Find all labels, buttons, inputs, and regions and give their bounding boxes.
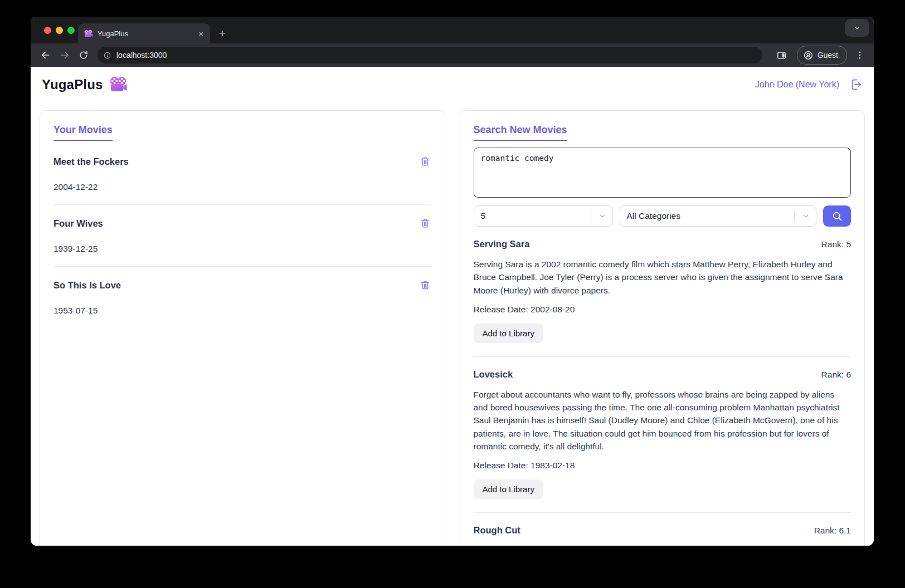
brand-title: YugaPlus	[42, 77, 103, 92]
search-query-input[interactable]: romantic comedy	[474, 148, 852, 198]
result-description: Serving Sara is a 2002 romantic comedy f…	[474, 258, 852, 297]
trash-icon	[419, 155, 431, 168]
minimize-window-button[interactable]	[56, 27, 63, 34]
traffic-lights	[44, 27, 75, 34]
browser-tab[interactable]: YugaPlus ×	[78, 23, 210, 43]
delete-movie-button[interactable]	[419, 279, 431, 291]
url-bar[interactable]: localhost:3000	[98, 47, 762, 63]
divider	[474, 512, 852, 513]
reload-icon	[79, 50, 89, 60]
delete-movie-button[interactable]	[419, 217, 431, 229]
maximize-window-button[interactable]	[67, 27, 75, 34]
browser-tabstrip: YugaPlus × +	[31, 17, 874, 43]
category-select[interactable]: All Categories	[620, 205, 817, 227]
chevron-down-icon	[599, 212, 606, 220]
select-separator	[591, 210, 591, 222]
tab-close-icon[interactable]: ×	[197, 28, 205, 39]
three-dots-icon	[855, 50, 865, 60]
result-release-date: Release Date: 1983-02-18	[474, 460, 852, 471]
library-movie-date: 1953-07-15	[53, 306, 431, 316]
search-result: Rough Cut Rank: 6.1	[474, 525, 852, 536]
library-movie-title: Meet the Fockers	[53, 156, 129, 167]
add-to-library-button[interactable]: Add to Library	[474, 479, 543, 499]
divider	[474, 356, 852, 357]
tab-favicon-movie-camera-icon	[84, 30, 93, 38]
chevron-down-icon	[853, 24, 861, 32]
library-movie-date: 1939-12-25	[53, 244, 431, 254]
result-description: Forget about accountants who want to fly…	[474, 388, 852, 453]
library-movie-date: 2004-12-22	[53, 182, 431, 192]
result-title: Lovesick	[474, 369, 513, 380]
profile-label: Guest	[818, 51, 838, 60]
site-info-icon[interactable]	[103, 51, 111, 60]
close-window-button[interactable]	[44, 27, 51, 34]
guest-avatar-icon	[803, 50, 814, 61]
result-title: Rough Cut	[474, 525, 520, 536]
trash-icon	[419, 217, 431, 229]
forward-arrow-icon	[59, 50, 70, 61]
result-header: Lovesick Rank: 6	[474, 369, 852, 380]
category-value: All Categories	[627, 211, 681, 221]
browser-toolbar: localhost:3000 Guest	[31, 43, 874, 67]
desktop-background: { "browser": { "tab": { "title": "YugaPl…	[0, 0, 905, 588]
result-header: Rough Cut Rank: 6.1	[474, 525, 852, 536]
header-user-area: John Doe (New York)	[755, 78, 863, 91]
logout-icon	[849, 78, 863, 91]
library-movie-title: Four Wives	[53, 218, 103, 229]
browser-window: YugaPlus × + localhost:3000	[31, 17, 874, 546]
library-movie-title: So This Is Love	[53, 280, 121, 291]
user-name-link[interactable]: John Doe (New York)	[755, 80, 839, 90]
tab-title: YugaPlus	[98, 30, 193, 38]
result-title: Serving Sara	[474, 239, 530, 249]
url-text: localhost:3000	[116, 51, 167, 60]
movie-camera-logo-icon	[109, 76, 128, 93]
tab-search-chevron-button[interactable]	[845, 19, 869, 37]
reload-button[interactable]	[75, 47, 92, 63]
divider	[53, 266, 431, 267]
back-arrow-icon	[40, 50, 51, 61]
profile-button[interactable]: Guest	[797, 46, 847, 65]
result-rank: Rank: 5	[821, 239, 851, 249]
chevron-down-icon	[802, 212, 810, 220]
search-button[interactable]	[823, 205, 851, 227]
search-icon	[831, 210, 843, 222]
logout-button[interactable]	[849, 78, 863, 91]
main-content: Your Movies Meet the Fockers 2004-12-22 …	[31, 102, 874, 546]
browser-menu-button[interactable]	[853, 47, 867, 63]
your-movies-card: Your Movies Meet the Fockers 2004-12-22 …	[40, 110, 445, 546]
your-movies-title: Your Movies	[53, 124, 113, 141]
result-limit-value: 5	[481, 211, 486, 221]
back-button[interactable]	[37, 47, 54, 63]
result-limit-select[interactable]: 5	[474, 205, 613, 227]
search-result: Serving Sara Rank: 5 Serving Sara is a 2…	[474, 239, 852, 357]
yugaplus-page: YugaPlus	[31, 67, 874, 546]
library-movie-row: Meet the Fockers	[53, 155, 431, 168]
library-movie-row: So This Is Love	[53, 279, 431, 291]
divider	[53, 204, 431, 205]
result-release-date: Release Date: 2002-08-20	[474, 305, 852, 315]
delete-movie-button[interactable]	[419, 155, 431, 168]
side-panel-icon[interactable]	[773, 47, 790, 63]
app-header: YugaPlus	[31, 67, 874, 102]
result-rank: Rank: 6.1	[814, 526, 851, 536]
search-movies-card: Search New Movies romantic comedy 5 All …	[460, 110, 865, 546]
select-separator	[794, 210, 795, 222]
forward-button[interactable]	[56, 47, 73, 63]
library-movie-row: Four Wives	[53, 217, 431, 229]
search-movies-title: Search New Movies	[474, 124, 567, 141]
search-result: Lovesick Rank: 6 Forget about accountant…	[474, 369, 852, 513]
result-rank: Rank: 6	[821, 370, 851, 380]
add-to-library-button[interactable]: Add to Library	[474, 324, 543, 343]
search-controls: 5 All Categories	[474, 205, 852, 227]
new-tab-button[interactable]: +	[215, 26, 230, 41]
trash-icon	[419, 279, 431, 291]
result-header: Serving Sara Rank: 5	[474, 239, 852, 249]
